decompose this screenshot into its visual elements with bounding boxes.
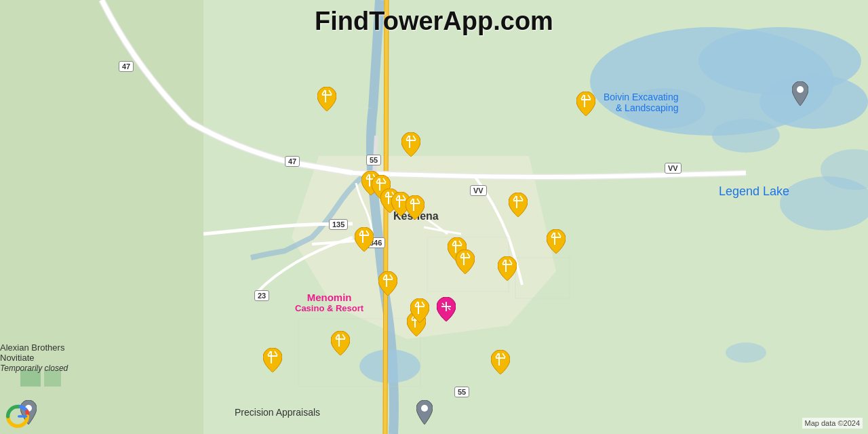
tower-pin-8[interactable] — [406, 195, 425, 220]
svg-rect-95 — [415, 306, 425, 307]
alexian-name: Alexian BrothersNovitiateTemporarily clo… — [0, 342, 68, 373]
road-badge-55b: 55 — [454, 387, 469, 397]
tower-pin-15[interactable] — [378, 271, 397, 296]
svg-rect-46 — [413, 199, 414, 211]
svg-rect-58 — [463, 253, 465, 265]
svg-rect-27 — [581, 99, 591, 100]
svg-rect-42 — [399, 195, 400, 208]
svg-point-11 — [359, 349, 420, 383]
svg-rect-62 — [516, 196, 517, 208]
tower-pin-18[interactable] — [491, 350, 510, 374]
road-badge-23: 23 — [254, 290, 269, 301]
road-badge-47a: 47 — [119, 61, 134, 72]
tower-pin-13[interactable] — [547, 229, 566, 254]
google-logo — [5, 404, 30, 429]
svg-rect-82 — [338, 334, 340, 347]
svg-rect-38 — [388, 192, 389, 204]
svg-rect-55 — [452, 245, 462, 246]
svg-rect-19 — [322, 94, 332, 96]
svg-rect-23 — [406, 140, 416, 141]
boivin-label[interactable]: Boivin Excavating& Landscaping — [604, 92, 679, 113]
tower-pin-casino[interactable] — [410, 298, 429, 323]
boivin-pin[interactable] — [792, 81, 808, 106]
svg-point-8 — [712, 119, 780, 153]
boivin-name: Boivin Excavating& Landscaping — [604, 92, 679, 113]
map-container[interactable]: FindTowerApp.com 47 47 55 55 135 346 23 … — [0, 0, 868, 434]
svg-rect-63 — [513, 200, 523, 201]
tower-pin-14[interactable] — [498, 256, 517, 281]
legend-lake-label: Legend Lake — [719, 184, 789, 199]
svg-rect-71 — [502, 264, 512, 265]
casino-sub: Casino & Resort — [295, 303, 363, 313]
tower-pin-17[interactable] — [331, 331, 350, 355]
svg-rect-43 — [396, 199, 406, 201]
road-badge-vvb: VV — [665, 163, 682, 174]
svg-point-98 — [797, 86, 804, 93]
road-badge-47b: 47 — [285, 156, 300, 167]
svg-rect-87 — [496, 357, 505, 359]
svg-point-12 — [726, 342, 766, 363]
svg-rect-74 — [386, 275, 387, 287]
map-attribution: Map data ©2024 — [802, 418, 863, 429]
svg-rect-50 — [362, 231, 363, 243]
svg-rect-94 — [418, 302, 419, 314]
svg-rect-70 — [505, 260, 507, 272]
road-badge-135: 135 — [329, 219, 348, 230]
google-icon — [5, 404, 30, 429]
svg-point-103 — [421, 405, 428, 412]
road-badge-vva: VV — [470, 185, 487, 196]
casino-label[interactable]: Menomin Casino & Resort — [295, 292, 363, 313]
alexian-label: Alexian BrothersNovitiateTemporarily clo… — [0, 342, 68, 373]
page-title: FindTowerApp.com — [315, 7, 553, 36]
svg-rect-90 — [271, 351, 272, 363]
svg-rect-105 — [18, 415, 27, 418]
svg-rect-47 — [410, 203, 420, 204]
tower-pin-11[interactable] — [456, 250, 475, 274]
tower-pin-2[interactable] — [401, 132, 420, 157]
precision-pin[interactable] — [416, 400, 433, 425]
svg-rect-18 — [325, 90, 326, 102]
search-location-pin[interactable] — [437, 297, 456, 321]
tower-pin-3[interactable] — [576, 92, 595, 116]
road-badge-55a: 55 — [366, 155, 381, 165]
svg-point-6 — [760, 75, 868, 129]
svg-rect-75 — [383, 279, 393, 280]
svg-rect-67 — [551, 237, 561, 238]
svg-rect-59 — [460, 257, 470, 258]
svg-rect-35 — [376, 182, 386, 184]
svg-rect-91 — [268, 355, 277, 357]
svg-rect-30 — [369, 174, 370, 186]
tower-pin-19[interactable] — [263, 348, 282, 372]
svg-rect-83 — [336, 338, 345, 340]
precision-label[interactable]: Precision Appraisals — [235, 407, 320, 418]
casino-name: Menomin — [295, 292, 363, 303]
tower-pin-9[interactable] — [355, 227, 374, 252]
svg-rect-66 — [554, 233, 555, 245]
svg-rect-86 — [498, 353, 500, 366]
svg-rect-26 — [584, 95, 585, 107]
svg-rect-51 — [359, 235, 369, 236]
svg-rect-22 — [409, 136, 410, 148]
tower-pin-12[interactable] — [509, 193, 528, 217]
tower-pin-1[interactable] — [317, 87, 336, 111]
